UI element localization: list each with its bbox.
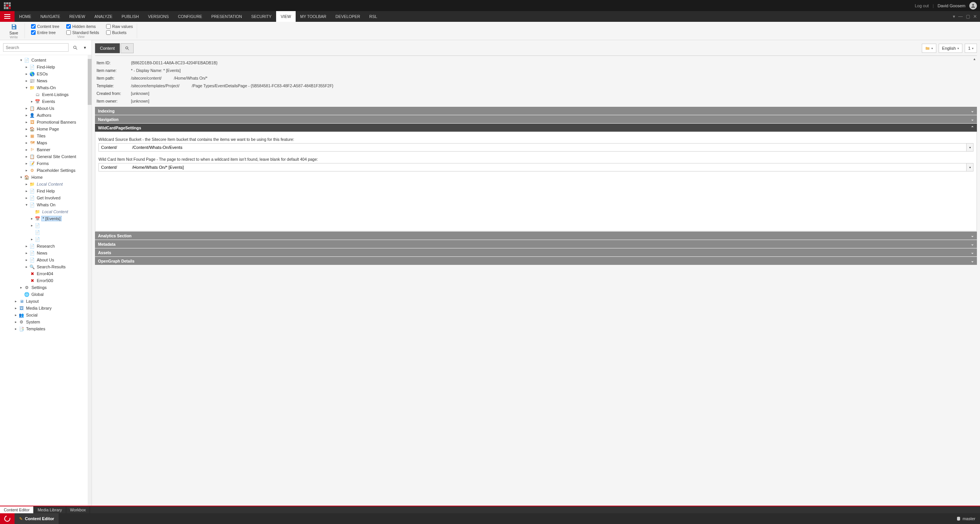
menu-tab-presentation[interactable]: PRESENTATION — [207, 11, 247, 22]
tree-expand-icon[interactable]: ▸ — [25, 251, 28, 255]
tree-node[interactable]: ▸📄News — [0, 250, 92, 256]
tree-node[interactable]: ▸📄Research — [0, 243, 92, 250]
tree-node[interactable]: ▸📋General Site Content — [0, 153, 92, 160]
tree-expand-icon[interactable]: ▸ — [25, 106, 28, 110]
hamburger-button[interactable] — [0, 11, 15, 22]
tree-node[interactable]: ▸👥Social — [0, 312, 92, 318]
check-content-tree[interactable]: Content tree — [31, 24, 59, 29]
section-analytics[interactable]: Analytics Section⌄ — [95, 232, 977, 240]
search-button[interactable] — [71, 43, 79, 52]
user-avatar-icon[interactable] — [969, 2, 977, 10]
tree-expand-icon[interactable]: ▸ — [14, 320, 18, 324]
tree-node[interactable]: ▸⚙System — [0, 318, 92, 325]
tree-node[interactable]: 📁Local Content — [0, 208, 92, 215]
search-dropdown[interactable]: ▾ — [82, 45, 88, 50]
menu-tab-navigate[interactable]: NAVIGATE — [36, 11, 65, 22]
tree-expand-icon[interactable]: ▸ — [25, 148, 28, 152]
logout-link[interactable]: Log out — [915, 3, 929, 8]
tree-node[interactable]: ▸▦Tiles — [0, 132, 92, 139]
tree-scrollbar[interactable] — [88, 55, 92, 506]
tree-node[interactable]: ▸📝Forms — [0, 160, 92, 167]
tree-expand-icon[interactable]: ▾ — [25, 203, 28, 207]
wildcard-notfound-input[interactable] — [98, 163, 967, 171]
tree-node[interactable]: ▸🔍Search-Results — [0, 263, 92, 270]
tree-expand-icon[interactable]: ▸ — [25, 182, 28, 186]
caret-down-icon[interactable]: ▾ — [953, 14, 955, 19]
version-pill[interactable]: 1▾ — [965, 44, 977, 53]
tree-node[interactable]: ▾🏠Home — [0, 174, 92, 181]
tree-node[interactable]: ▸👤Authors — [0, 112, 92, 119]
tree-node[interactable]: ▸📄 — [0, 222, 92, 229]
minimize-button[interactable]: — — [958, 14, 963, 19]
tree-node[interactable]: ▸⚙Placeholder Settings — [0, 167, 92, 174]
tree-search-input[interactable] — [3, 43, 69, 52]
tab-search[interactable] — [121, 43, 134, 53]
tree-expand-icon[interactable]: ▸ — [14, 306, 18, 310]
tree-node[interactable]: ▸📑Templates — [0, 325, 92, 332]
tree-expand-icon[interactable]: ▸ — [25, 113, 28, 117]
tree-node[interactable]: ▸📋About-Us — [0, 105, 92, 112]
close-button[interactable]: ✕ — [973, 14, 977, 19]
tree-expand-icon[interactable]: ▸ — [30, 100, 34, 103]
tree-expand-icon[interactable]: ▸ — [14, 327, 18, 331]
tree-expand-icon[interactable]: ▾ — [25, 86, 28, 90]
tree-expand-icon[interactable]: ▸ — [30, 217, 34, 220]
tree-node[interactable]: ▸📄Get Involved — [0, 194, 92, 201]
tree-node[interactable]: ▸🏳Banner — [0, 146, 92, 153]
tree-node[interactable]: 📄 — [0, 229, 92, 236]
menu-tab-analyze[interactable]: ANALYZE — [90, 11, 117, 22]
tree-expand-icon[interactable]: ▸ — [25, 120, 28, 124]
status-content-editor[interactable]: ✎ Content Editor — [15, 513, 59, 524]
tree-expand-icon[interactable]: ▸ — [25, 141, 28, 145]
tree-expand-icon[interactable]: ▸ — [25, 244, 28, 248]
navigate-pill[interactable]: ▾ — [922, 44, 936, 53]
check-hidden-items[interactable]: Hidden items — [66, 24, 99, 29]
maximize-button[interactable]: ▢ — [966, 14, 970, 19]
check-buckets[interactable]: Buckets — [106, 30, 133, 35]
tree-expand-icon[interactable]: ▸ — [25, 127, 28, 131]
tree-node[interactable]: ▸🖥Layout — [0, 298, 92, 305]
check-entire-tree[interactable]: Entire tree — [31, 30, 59, 35]
tree-node[interactable]: ▾📄Content — [0, 57, 92, 64]
section-opengraph[interactable]: OpenGraph Details⌄ — [95, 257, 977, 265]
tree-node[interactable]: ▾📁Whats-On — [0, 84, 92, 91]
tree-node[interactable]: ▸🗺Maps — [0, 139, 92, 146]
menu-tab-view[interactable]: VIEW — [276, 11, 296, 22]
tree-expand-icon[interactable]: ▸ — [25, 265, 28, 269]
section-navigation[interactable]: Navigation⌄ — [95, 115, 977, 123]
tree-node[interactable]: ▾📄Whats On — [0, 201, 92, 208]
tree-expand-icon[interactable]: ▸ — [25, 162, 28, 165]
tree-node[interactable]: ▸📁Local Content — [0, 181, 92, 188]
save-button[interactable]: Save — [7, 23, 21, 35]
tree-node[interactable]: ▸📄Find-Help — [0, 64, 92, 70]
quickinfo-collapse[interactable]: ▴ — [973, 57, 975, 61]
section-wildcard[interactable]: WildCardPageSettings⌃ — [95, 124, 977, 132]
tree-node[interactable]: ▸📄 — [0, 236, 92, 243]
content-tree[interactable]: ▾📄Content▸📄Find-Help▸🌎ESOs▸📰News▾📁Whats-… — [0, 55, 92, 506]
bottom-tab-workbox[interactable]: Workbox — [66, 506, 90, 513]
menu-tab-developer[interactable]: DEVELOPER — [331, 11, 365, 22]
tree-node[interactable]: 🌐Global — [0, 291, 92, 298]
tree-expand-icon[interactable]: ▸ — [14, 313, 18, 317]
menu-tab-publish[interactable]: PUBLISH — [117, 11, 144, 22]
tree-expand-icon[interactable]: ▸ — [25, 155, 28, 158]
tree-node[interactable]: ▸⚙Settings — [0, 284, 92, 291]
tree-expand-icon[interactable]: ▸ — [14, 299, 18, 303]
tree-expand-icon[interactable]: ▸ — [25, 168, 28, 172]
tree-node[interactable]: ▸🖼Promotional Banners — [0, 119, 92, 126]
menu-tab-versions[interactable]: VERSIONS — [143, 11, 173, 22]
tree-node[interactable]: ▸🖼Media Library — [0, 305, 92, 312]
tree-node[interactable]: ▸🏠Home Page — [0, 126, 92, 132]
wildcard-source-input[interactable] — [98, 143, 967, 152]
menu-tab-review[interactable]: REVIEW — [65, 11, 90, 22]
section-metadata[interactable]: Metadata⌄ — [95, 240, 977, 248]
menu-tab-rsl[interactable]: RSL — [365, 11, 381, 22]
tree-expand-icon[interactable]: ▸ — [25, 65, 28, 69]
menu-tab-my-toolbar[interactable]: MY TOOLBAR — [296, 11, 331, 22]
tree-node[interactable]: ▸🌎ESOs — [0, 70, 92, 77]
tree-expand-icon[interactable]: ▸ — [30, 237, 34, 241]
menu-tab-security[interactable]: SECURITY — [247, 11, 276, 22]
section-assets[interactable]: Assets⌄ — [95, 248, 977, 256]
sitecore-badge[interactable] — [0, 513, 15, 524]
bottom-tab-content-editor[interactable]: Content Editor — [0, 506, 34, 513]
